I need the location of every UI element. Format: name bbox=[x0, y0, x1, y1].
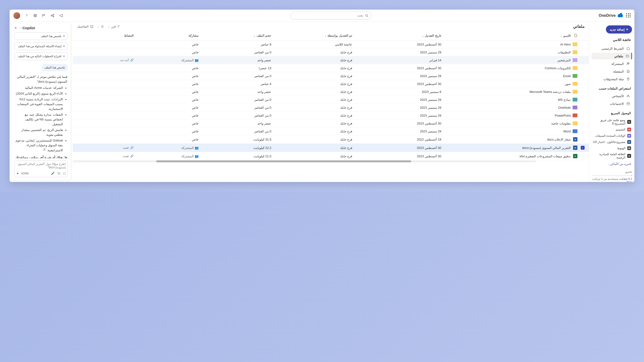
nav-meetings[interactable]: الاجتماعات bbox=[592, 100, 632, 107]
copilot-suggestion[interactable]: ✦ تلخيص هذا الملف bbox=[14, 32, 68, 40]
more-places-link[interactable]: المزيد من الأماكن... bbox=[592, 161, 632, 167]
table-row[interactable]: إلكترونيات Contoso 30 أغسطس 2023 فرح حاي… bbox=[73, 64, 589, 72]
format-icon[interactable]: ▢ bbox=[63, 172, 66, 175]
file-date: 30 أغسطس 2023 bbox=[352, 66, 441, 70]
col-type-icon[interactable] bbox=[571, 34, 578, 38]
svg-point-8 bbox=[627, 62, 628, 64]
sharing-status: خاص bbox=[192, 90, 198, 94]
file-name[interactable]: تدقيق مبيعات المشروعات الصغيرة.xlsx bbox=[441, 154, 571, 158]
table-row[interactable]: ملفات دردشة Microsoft Teams 8 سبتمبر 202… bbox=[73, 88, 589, 96]
file-name[interactable]: OneNote bbox=[441, 106, 571, 109]
table-row[interactable]: ✓ W التقرير المالي السنوي (مسودة).docx 3… bbox=[73, 144, 589, 152]
quick-access-item[interactable]: ■وضع علامة على فريق المشروع 8 bbox=[592, 117, 632, 126]
gear-icon[interactable] bbox=[33, 13, 38, 18]
people-icon: 👥 bbox=[195, 146, 198, 150]
file-name[interactable]: شعار الإعلان.docx bbox=[441, 138, 571, 141]
table-row[interactable]: PowerPoint 29 سبتمبر 2023 فرح حايك 0 من … bbox=[73, 112, 589, 119]
file-size: 8 عناصر bbox=[198, 43, 272, 46]
table-row[interactable]: التطبيقات 29 سبتمبر 2023 فرح حايك 0 من ا… bbox=[73, 48, 589, 56]
search-box[interactable] bbox=[290, 12, 372, 19]
table-row[interactable]: Word 29 سبتمبر 2023 فرح حايك 0 من العناص… bbox=[73, 127, 589, 135]
table-row[interactable]: معلومات خاصة 30 أغسطس 2023 فرح حايك عنصر… bbox=[73, 119, 589, 127]
reference-badge[interactable]: 1 bbox=[43, 148, 46, 151]
copilot-panel: Copilot ⋯ ✕ ✦ تلخيص هذا الملف ✦ إنشاء ال… bbox=[12, 23, 71, 180]
view-switcher[interactable]: ⌄ bbox=[97, 25, 104, 28]
file-name[interactable]: إلكترونيات Contoso bbox=[441, 66, 571, 70]
mic-icon[interactable]: 🎤 bbox=[51, 172, 54, 175]
quick-access-item[interactable]: ■العلاقة العامة للمبادرة الرقمية bbox=[592, 151, 632, 160]
copilot-suggestion[interactable]: ✦ اقتراح الخطوات التالية من هذا الملف bbox=[14, 52, 68, 60]
file-date: 30 أغسطس 2023 bbox=[352, 154, 441, 158]
nav-label: المفضلة bbox=[613, 70, 624, 73]
col-activity[interactable]: النشاط bbox=[77, 34, 134, 38]
col-size[interactable]: حجم الملف ⌄ bbox=[198, 34, 272, 38]
nav-shared[interactable]: المشتركة bbox=[592, 60, 632, 67]
table-row[interactable]: صور 30 أغسطس 2023 فرح حايك 4 عناصر خاص bbox=[73, 80, 589, 88]
nav-favorites[interactable]: المفضلة bbox=[592, 68, 632, 75]
table-row[interactable]: W شعار الإعلان.docx 19 أغسطس 2022 فرح حا… bbox=[73, 135, 589, 144]
table-row[interactable]: AI Hero 30 أغسطس 2023 عائشة اللامي 8 عنا… bbox=[73, 40, 589, 48]
search-input[interactable] bbox=[293, 14, 363, 17]
copilot-suggestion[interactable]: ✦ إنشاء الأسئلة المتداولة من هذا الملف bbox=[14, 42, 68, 50]
more-icon[interactable]: ⋯ bbox=[20, 26, 22, 30]
file-name[interactable]: التقرير المالي السنوي (مسودة).docx bbox=[441, 146, 571, 150]
file-name[interactable]: معلومات خاصة bbox=[441, 122, 571, 125]
file-name[interactable]: AI Hero bbox=[441, 43, 571, 46]
row-activity[interactable]: 🔗 قمت bbox=[77, 154, 134, 158]
table-row[interactable]: X تدقيق مبيعات المشروعات الصغيرة.xlsx 30… bbox=[73, 152, 589, 160]
file-name[interactable]: PowerPoint bbox=[441, 114, 571, 117]
avatar[interactable] bbox=[14, 12, 20, 19]
row-checkbox[interactable]: ✓ bbox=[581, 146, 584, 150]
quick-access-item[interactable]: ■الولايات المتحدة المبيعات bbox=[592, 133, 632, 139]
table-row[interactable]: المرشحين 14 فبراير فرح حايك عنصر واحد 👥 … bbox=[73, 56, 589, 64]
file-name[interactable]: نماذج MS bbox=[441, 98, 571, 101]
flag-icon[interactable] bbox=[42, 13, 46, 18]
row-activity[interactable]: 🔗 أنت تت bbox=[77, 58, 134, 62]
storage-used-link[interactable]: 0.1 غيغابايت bbox=[619, 177, 632, 180]
nav-my-files[interactable]: ملفاتي bbox=[592, 53, 632, 59]
quick-access-item[interactable]: ■مشروع فالكون - اختبار UX bbox=[592, 139, 632, 145]
file-name[interactable]: المرشحين bbox=[441, 58, 571, 62]
close-icon[interactable]: ✕ bbox=[14, 26, 17, 30]
suggestion-label: تلخيص هذا الملف bbox=[41, 34, 61, 38]
calendar-icon bbox=[626, 102, 630, 106]
app-launcher-icon[interactable] bbox=[626, 13, 630, 18]
quick-access-item[interactable]: ■التصميم bbox=[592, 126, 632, 133]
details-button[interactable]: التفاصيل bbox=[77, 25, 94, 28]
file-type-icon bbox=[572, 98, 578, 101]
table-row[interactable]: نماذج MS 29 سبتمبر 2023 فرح حايك 0 من ال… bbox=[73, 96, 589, 104]
file-name[interactable]: ملفات دردشة Microsoft Teams bbox=[441, 90, 571, 94]
file-name[interactable]: صور bbox=[441, 82, 571, 86]
nav-recycle[interactable]: سلة المحذوفات bbox=[592, 76, 632, 82]
col-modified-by[interactable]: تم التعديل بواسطة ⌄ bbox=[272, 34, 352, 38]
new-button[interactable]: + إضافة جديد bbox=[606, 25, 632, 33]
row-activity[interactable]: 🔗 قمت bbox=[77, 146, 134, 149]
file-type-icon bbox=[572, 58, 578, 62]
file-name[interactable]: التطبيقات bbox=[441, 50, 571, 54]
col-modified[interactable]: تاريخ التعديل ⌄ bbox=[352, 34, 441, 38]
table-row[interactable]: OneNote 29 سبتمبر 2023 فرح حايك 0 من الع… bbox=[73, 104, 589, 112]
horizontal-scrollbar[interactable] bbox=[73, 160, 536, 162]
copilot-input[interactable]: ▢ 📎 🎤 0/2000 ➤ bbox=[14, 160, 68, 177]
send-icon[interactable]: ➤ bbox=[16, 172, 19, 175]
storage-section: تخزين 0.1 غيغابايت مستخدمة من 1 تيرابايت… bbox=[592, 168, 632, 182]
megaphone-icon[interactable] bbox=[59, 13, 63, 18]
chevron-down-icon: ⌄ bbox=[254, 35, 256, 37]
sort-button[interactable]: فرز ⌄ bbox=[108, 25, 120, 28]
col-name[interactable]: الاسم ⌄ bbox=[441, 34, 571, 38]
copilot-textarea[interactable] bbox=[16, 162, 66, 171]
share-icon[interactable] bbox=[50, 13, 54, 18]
table-row[interactable]: Excel 29 سبتمبر 2023 فرح حايك 0 من العنا… bbox=[73, 72, 589, 80]
nav-home[interactable]: الشريط الرئيسي bbox=[592, 45, 632, 52]
help-icon[interactable]: ? bbox=[24, 13, 29, 18]
quick-badge-icon: ■ bbox=[627, 120, 631, 124]
quick-access-item[interactable]: ■الهبوط bbox=[592, 145, 632, 151]
col-sharing[interactable]: مشاركة bbox=[134, 34, 198, 38]
file-name[interactable]: Excel bbox=[441, 74, 571, 78]
nav-people[interactable]: الأشخاص bbox=[592, 93, 632, 99]
sharing-status: خاص bbox=[192, 122, 198, 125]
attach-icon[interactable]: 📎 bbox=[57, 172, 60, 175]
file-date: 29 سبتمبر 2023 bbox=[352, 50, 441, 54]
file-modified-by: فرح حايك bbox=[272, 122, 352, 125]
file-name[interactable]: Word bbox=[441, 129, 571, 133]
